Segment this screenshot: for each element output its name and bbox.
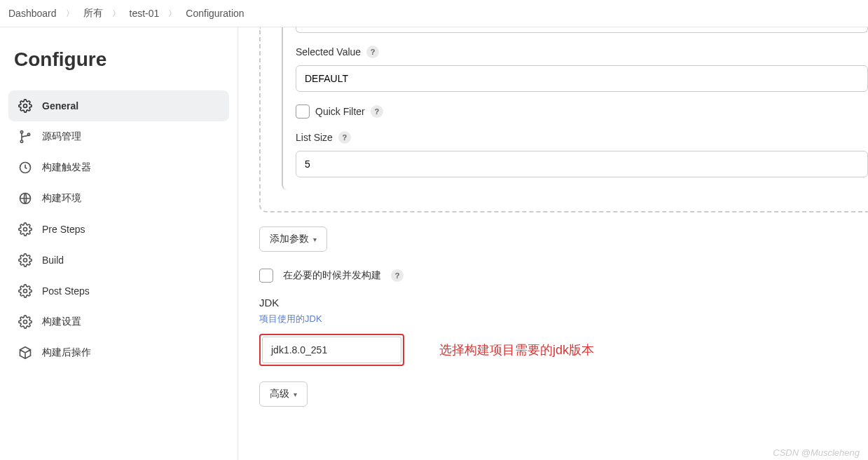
gear-icon [18, 284, 32, 298]
sidebar-item-general[interactable]: General [8, 90, 229, 121]
breadcrumb-project[interactable]: test-01 [127, 8, 163, 19]
chevron-down-icon: ▾ [313, 236, 317, 243]
sidebar-item-label: Pre Steps [42, 224, 85, 235]
package-icon [18, 346, 32, 360]
svg-point-7 [24, 259, 27, 262]
sidebar-item-label: Post Steps [42, 285, 90, 297]
sidebar-item-build[interactable]: Build [8, 245, 229, 276]
selected-value-label: Selected Value [296, 46, 361, 58]
gear-icon [18, 99, 32, 113]
chevron-right-icon: 〉 [109, 8, 124, 20]
breadcrumb: Dashboard 〉 所有 〉 test-01 〉 Configuration [0, 0, 868, 27]
svg-point-1 [20, 131, 22, 133]
svg-point-6 [24, 228, 27, 231]
gear-icon [18, 315, 32, 329]
concurrent-build-checkbox[interactable] [259, 269, 273, 283]
breadcrumb-all[interactable]: 所有 [81, 7, 106, 20]
breadcrumb-configuration[interactable]: Configuration [183, 8, 247, 19]
jdk-label: JDK [259, 297, 868, 309]
advanced-button[interactable]: 高级 ▾ [259, 381, 308, 407]
sidebar-item-post-steps[interactable]: Post Steps [8, 276, 229, 306]
sidebar-item-label: General [42, 100, 78, 111]
sidebar-item-label: 源码管理 [42, 130, 81, 143]
sidebar-item-triggers[interactable]: 构建触发器 [8, 152, 229, 183]
annotation-text: 选择构建项目需要的jdk版本 [439, 341, 594, 358]
sidebar-item-post-build[interactable]: 构建后操作 [8, 337, 229, 368]
quick-filter-checkbox[interactable] [296, 104, 310, 119]
sidebar-item-pre-steps[interactable]: Pre Steps [8, 214, 229, 245]
help-icon[interactable]: ? [391, 269, 404, 282]
gear-icon [18, 253, 32, 267]
chevron-right-icon: 〉 [62, 8, 78, 20]
jdk-select[interactable]: jdk1.8.0_251 [262, 337, 401, 363]
parameter-group: Selected Value ? Quick Filter ? List Siz… [259, 27, 868, 212]
jdk-sublabel: 项目使用的JDK [259, 313, 868, 325]
svg-point-8 [24, 290, 27, 293]
sidebar-item-label: 构建设置 [42, 316, 81, 328]
list-size-label: List Size [296, 132, 333, 143]
sidebar-item-env[interactable]: 构建环境 [8, 183, 229, 214]
globe-icon [18, 191, 32, 205]
main-content: Selected Value ? Quick Filter ? List Siz… [238, 27, 868, 460]
parameter-nested-group: Selected Value ? Quick Filter ? List Siz… [282, 27, 868, 190]
gear-icon [18, 222, 32, 236]
help-icon[interactable]: ? [371, 105, 383, 118]
partial-input-bottom [296, 27, 868, 33]
quick-filter-label: Quick Filter [315, 106, 365, 117]
selected-value-input[interactable] [296, 65, 868, 92]
sidebar-item-label: 构建后操作 [42, 346, 91, 359]
help-icon[interactable]: ? [366, 46, 379, 58]
chevron-right-icon: 〉 [165, 8, 180, 20]
sidebar: Configure General 源码管理 构建触发器 构建环境 [0, 27, 238, 460]
breadcrumb-dashboard[interactable]: Dashboard [6, 8, 60, 19]
list-size-input[interactable] [296, 151, 868, 177]
sidebar-item-label: 构建环境 [42, 192, 81, 205]
add-parameter-button[interactable]: 添加参数 ▾ [259, 226, 327, 252]
svg-point-2 [20, 140, 22, 142]
chevron-down-icon: ▾ [294, 391, 297, 398]
help-icon[interactable]: ? [338, 131, 351, 144]
watermark: CSDN @Muscleheng [773, 447, 860, 458]
page-title: Configure [14, 48, 223, 71]
jdk-select-highlight: jdk1.8.0_251 [259, 334, 404, 366]
branch-icon [18, 130, 32, 144]
svg-point-0 [24, 104, 27, 108]
sidebar-item-label: Build [42, 255, 64, 266]
concurrent-build-label: 在必要的时候并发构建 [283, 269, 381, 282]
sidebar-item-build-settings[interactable]: 构建设置 [8, 306, 229, 337]
sidebar-item-scm[interactable]: 源码管理 [8, 121, 229, 152]
add-parameter-label: 添加参数 [270, 233, 309, 245]
advanced-label: 高级 [270, 388, 289, 400]
sidebar-item-label: 构建触发器 [42, 161, 91, 174]
clock-icon [18, 161, 32, 175]
svg-point-9 [24, 320, 27, 324]
